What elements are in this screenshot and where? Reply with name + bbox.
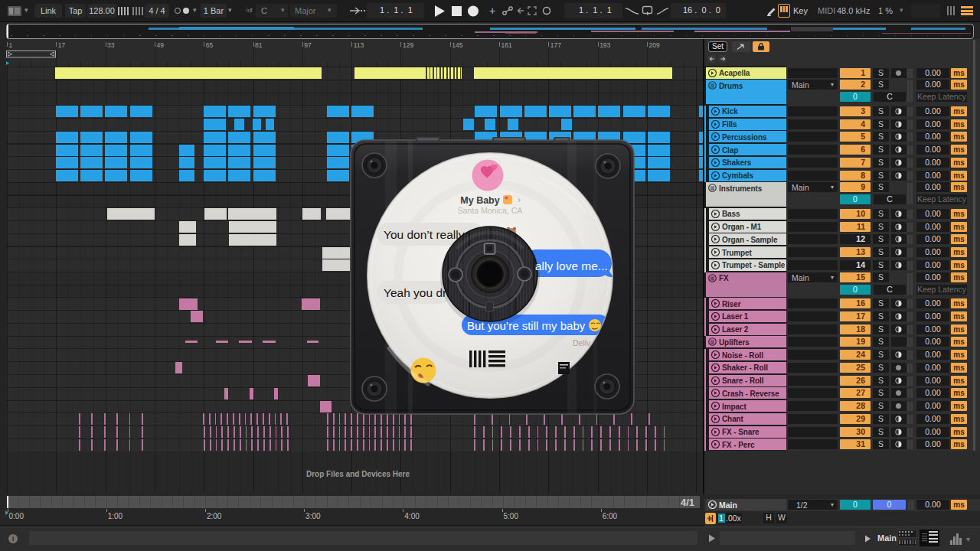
svg-text:But you’re still my baby: But you’re still my baby	[467, 319, 586, 332]
svg-text:›: ›	[518, 194, 521, 205]
svg-text:Deliv: Deliv	[573, 338, 591, 347]
svg-text:ally love me...: ally love me...	[535, 259, 608, 272]
svg-text:My Baby: My Baby	[460, 195, 499, 206]
svg-text:Santa Monica, CA: Santa Monica, CA	[458, 206, 523, 215]
